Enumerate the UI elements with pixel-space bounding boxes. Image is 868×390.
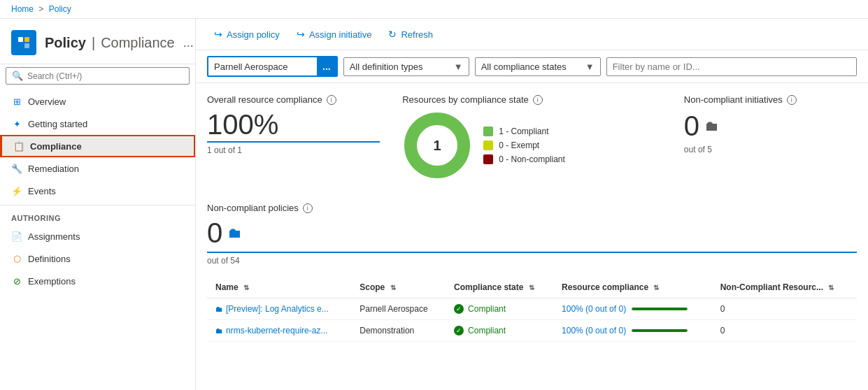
donut-center-value: 1 [434, 138, 441, 154]
compliance-pct-0: 100% (0 out of 0) [562, 304, 626, 314]
assign-initiative-label: Assign initiative [309, 29, 372, 40]
row-name-link-1[interactable]: 🖿 nrms-kubernet-require-az... [215, 326, 343, 335]
compliance-states-dropdown[interactable]: All compliance states ▼ [475, 57, 601, 76]
row-icon-0: 🖿 [215, 305, 223, 313]
assign-initiative-button[interactable]: ↪ Assign initiative [290, 24, 379, 44]
scope-input[interactable] [208, 58, 317, 75]
bar-fill-0 [632, 308, 688, 310]
table-header-row: Name ⇅ Scope ⇅ Compliance state ⇅ [207, 277, 857, 298]
col-name[interactable]: Name ⇅ [207, 277, 351, 298]
col-compliance-state-label: Compliance state [454, 282, 523, 292]
compliance-states-label: All compliance states [481, 62, 567, 72]
title-separator: | [92, 35, 95, 51]
resources-info-icon[interactable]: i [533, 95, 543, 105]
definition-types-chevron: ▼ [454, 62, 463, 72]
scope-browse-button[interactable]: ... [317, 57, 336, 75]
nav-remediation-label: Remediation [28, 164, 79, 174]
page-header: Policy | Compliance ... [0, 24, 195, 64]
breadcrumb-home[interactable]: Home [11, 4, 34, 14]
definition-types-dropdown[interactable]: All definition types ▼ [343, 57, 469, 76]
breadcrumb-current[interactable]: Policy [49, 4, 71, 14]
col-resource-compliance[interactable]: Resource compliance ⇅ [553, 277, 712, 298]
authoring-section-label: Authoring [0, 205, 195, 225]
col-non-compliant[interactable]: Non-Compliant Resourc... ⇅ [712, 277, 857, 298]
scope-selector[interactable]: ... [207, 56, 338, 77]
compliance-pct-1: 100% (0 out of 0) [562, 326, 626, 335]
overall-info-icon[interactable]: i [327, 95, 336, 105]
overview-icon: ⊞ [11, 96, 22, 107]
toolbar: ↪ Assign policy ↪ Assign initiative ↻ Re… [196, 19, 868, 50]
policies-value-row: 0 🖿 [207, 217, 857, 249]
col-name-label: Name [215, 282, 239, 292]
resources-by-state-label: Resources by compliance state i [402, 94, 565, 105]
nav-compliance-label: Compliance [30, 141, 82, 152]
col-non-compliant-sort: ⇅ [828, 284, 834, 291]
sidebar-search: 🔍 [0, 64, 195, 90]
nav-remediation[interactable]: 🔧 Remediation [0, 157, 195, 180]
bar-fill-1 [632, 329, 688, 332]
nav-overview[interactable]: ⊞ Overview [0, 90, 195, 113]
compliance-icon: 📋 [13, 140, 24, 152]
legend-compliant-label: 1 - Compliant [499, 127, 548, 136]
nav-definitions-label: Definitions [28, 254, 71, 264]
search-icon: 🔍 [12, 71, 23, 81]
bar-track-0 [632, 308, 688, 310]
legend-color-compliant [483, 127, 493, 136]
sidebar: Policy | Compliance ... 🔍 ⊞ Overview ✦ [0, 19, 196, 390]
cell-resource-compliance-1: 100% (0 out of 0) [553, 320, 712, 342]
definition-types-label: All definition types [350, 62, 423, 72]
refresh-button[interactable]: ↻ Refresh [381, 24, 440, 44]
search-input[interactable] [27, 71, 183, 81]
legend-color-noncompliant [483, 154, 493, 164]
initiatives-info-icon[interactable]: i [787, 95, 797, 105]
col-compliance-state[interactable]: Compliance state ⇅ [446, 277, 553, 298]
stats-row: Overall resource compliance i 100% 1 out… [207, 94, 857, 186]
bar-track-1 [632, 329, 688, 332]
nav-getting-started[interactable]: ✦ Getting started [0, 113, 195, 135]
nav-events-label: Events [28, 186, 56, 196]
table-body: 🖿 [Preview]: Log Analytics e... Parnell … [207, 298, 857, 342]
col-scope-sort: ⇅ [390, 284, 396, 291]
nav-definitions[interactable]: ⬡ Definitions [0, 247, 195, 270]
assign-policy-label: Assign policy [227, 29, 280, 40]
policies-info-icon[interactable]: i [303, 203, 313, 213]
getting-started-icon: ✦ [11, 118, 22, 129]
content-body: Overall resource compliance i 100% 1 out… [196, 83, 868, 390]
nav-exemptions[interactable]: ⊘ Exemptions [0, 270, 195, 292]
resources-by-state-section: Resources by compliance state i [402, 94, 662, 186]
assign-policy-button[interactable]: ↪ Assign policy [207, 24, 287, 44]
nav-assignments[interactable]: 📄 Assignments [0, 225, 195, 247]
compliance-bar-0: 100% (0 out of 0) [562, 304, 704, 314]
cell-name-0: 🖿 [Preview]: Log Analytics e... [207, 298, 351, 320]
search-box[interactable]: 🔍 [6, 67, 190, 85]
overall-sub: 1 out of 1 [207, 141, 380, 155]
content-area: ↪ Assign policy ↪ Assign initiative ↻ Re… [196, 19, 868, 390]
policies-label: Non-compliant policies i [207, 203, 857, 213]
breadcrumb-sep: > [38, 4, 43, 14]
compliance-bar-1: 100% (0 out of 0) [562, 326, 704, 335]
page-subtitle: Compliance [101, 35, 175, 51]
policies-sub: out of 54 [207, 252, 857, 266]
exemptions-icon: ⊘ [11, 275, 22, 287]
cell-state-0: ✓ Compliant [446, 298, 553, 320]
more-button[interactable]: ... [183, 36, 194, 50]
initiatives-label: Non-compliant initiatives i [684, 94, 857, 105]
name-id-filter[interactable] [606, 57, 857, 76]
assignments-icon: 📄 [11, 231, 22, 242]
donut-chart: 1 [402, 110, 472, 180]
nav-compliance[interactable]: 📋 Compliance [0, 135, 195, 157]
policies-num: 0 [207, 217, 222, 249]
nav-overview-label: Overview [28, 96, 66, 107]
nav-events[interactable]: ⚡ Events [0, 180, 195, 202]
overall-label: Overall resource compliance i [207, 94, 380, 105]
legend-compliant: 1 - Compliant [483, 127, 565, 136]
definitions-icon: ⬡ [11, 253, 22, 264]
row-name-link-0[interactable]: 🖿 [Preview]: Log Analytics e... [215, 304, 343, 314]
initiatives-sub: out of 5 [684, 145, 857, 154]
chart-legend: 1 - Compliant 0 - Exempt 0 - Non-complia… [483, 127, 565, 164]
legend-color-exempt [483, 140, 493, 150]
nav-exemptions-label: Exemptions [28, 276, 76, 287]
compliance-states-chevron: ▼ [585, 62, 595, 72]
col-scope[interactable]: Scope ⇅ [351, 277, 446, 298]
compliance-table: Name ⇅ Scope ⇅ Compliance state ⇅ [207, 277, 857, 342]
